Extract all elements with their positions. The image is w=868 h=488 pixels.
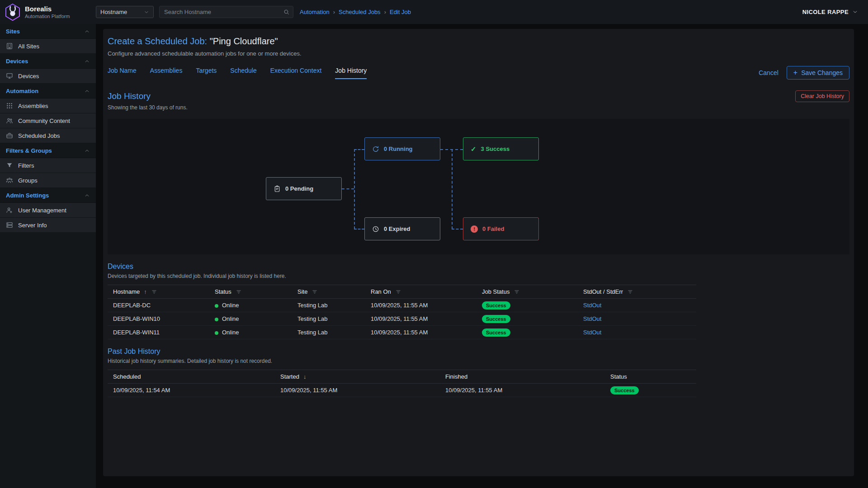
item-label: Devices bbox=[18, 73, 39, 80]
cell-site: Testing Lab bbox=[292, 299, 365, 312]
sidebar-item-assemblies[interactable]: Assemblies bbox=[0, 99, 96, 113]
sidebar-item-user-management[interactable]: User Management bbox=[0, 203, 96, 218]
online-dot-icon bbox=[215, 304, 218, 308]
grid-icon bbox=[6, 102, 13, 109]
item-label: Community Content bbox=[18, 117, 70, 124]
cell-stdout: StdOut bbox=[578, 326, 696, 339]
item-label: Groups bbox=[18, 177, 38, 184]
filter-menu-icon[interactable] bbox=[151, 289, 157, 295]
sidebar-item-devices[interactable]: Devices bbox=[0, 69, 96, 84]
sidebar-item-groups[interactable]: Groups bbox=[0, 173, 96, 188]
col-scheduled[interactable]: Scheduled bbox=[108, 370, 275, 384]
breadcrumb-scheduled-jobs[interactable]: Scheduled Jobs bbox=[339, 9, 381, 15]
sidebar-section-filters-groups[interactable]: Filters & Groups bbox=[0, 143, 96, 158]
device-row: DEEPLAB-WIN11 Online Testing Lab 10/09/2… bbox=[108, 326, 696, 339]
brand-subtitle: Automation Platform bbox=[25, 14, 70, 19]
job-history-subheading: Showing the last 30 days of runs. bbox=[108, 104, 849, 111]
stdout-link[interactable]: StdOut bbox=[583, 315, 601, 322]
devices-subheading: Devices targeted by this scheduled job. … bbox=[108, 273, 849, 279]
col-job-status[interactable]: Job Status bbox=[476, 285, 578, 299]
tab-targets[interactable]: Targets bbox=[196, 67, 217, 79]
past-job-history-table: Scheduled Started↓ Finished Status 10/09… bbox=[108, 370, 696, 397]
sidebar-section-automation[interactable]: Automation bbox=[0, 84, 96, 99]
col-started[interactable]: Started↓ bbox=[275, 370, 440, 384]
edit-job-card: Create a Scheduled Job: "Ping Cloudflare… bbox=[103, 29, 854, 476]
tab-execution-context[interactable]: Execution Context bbox=[270, 67, 322, 79]
user-name: NICOLE RAPPE bbox=[802, 9, 849, 15]
chevron-up-icon bbox=[84, 88, 90, 94]
tab-assemblies[interactable]: Assemblies bbox=[150, 67, 183, 79]
online-dot-icon bbox=[215, 331, 218, 335]
stdout-link[interactable]: StdOut bbox=[583, 329, 601, 336]
item-label: Server Info bbox=[18, 222, 47, 229]
running-node: 0 Running bbox=[364, 137, 440, 160]
col-ran-on[interactable]: Ran On bbox=[365, 285, 476, 299]
check-icon: ✓ bbox=[471, 145, 476, 153]
breadcrumb-automation[interactable]: Automation bbox=[300, 9, 330, 15]
page-title: Create a Scheduled Job: "Ping Cloudflare… bbox=[108, 36, 849, 47]
filter-menu-icon[interactable] bbox=[236, 289, 242, 295]
sidebar-section-devices[interactable]: Devices bbox=[0, 54, 96, 69]
stdout-link[interactable]: StdOut bbox=[583, 302, 601, 309]
page-title-job-name: "Ping Cloudflare" bbox=[210, 36, 278, 46]
sidebar-item-filters[interactable]: Filters bbox=[0, 158, 96, 173]
user-menu[interactable]: NICOLE RAPPE bbox=[802, 9, 858, 15]
sidebar: Sites All Sites Devices Devices Automati… bbox=[0, 24, 96, 488]
save-changes-button[interactable]: + Save Changes bbox=[787, 66, 849, 80]
chevron-up-icon bbox=[84, 192, 90, 198]
filter-menu-icon[interactable] bbox=[627, 289, 633, 295]
group-icon bbox=[6, 177, 13, 184]
status-badge: Success bbox=[482, 315, 510, 323]
col-status[interactable]: Status bbox=[209, 285, 292, 299]
tab-job-history[interactable]: Job History bbox=[335, 67, 367, 79]
tab-job-name[interactable]: Job Name bbox=[108, 67, 137, 79]
hostname-select-value: Hostname bbox=[100, 9, 127, 15]
col-site[interactable]: Site bbox=[292, 285, 365, 299]
filter-icon bbox=[6, 162, 13, 169]
section-label: Admin Settings bbox=[6, 192, 49, 199]
connector bbox=[452, 149, 453, 229]
online-dot-icon bbox=[215, 318, 218, 321]
breadcrumb-edit-job[interactable]: Edit Job bbox=[390, 9, 411, 15]
sidebar-section-sites[interactable]: Sites bbox=[0, 24, 96, 39]
sidebar-item-server-info[interactable]: Server Info bbox=[0, 218, 96, 233]
cell-job-status: Success bbox=[476, 312, 578, 326]
sidebar-item-all-sites[interactable]: All Sites bbox=[0, 39, 96, 54]
expired-node: 0 Expired bbox=[364, 217, 440, 240]
past-table-header: Scheduled Started↓ Finished Status bbox=[108, 370, 696, 384]
brand: Borealis Automation Platform bbox=[0, 3, 96, 21]
plus-icon: + bbox=[793, 69, 797, 76]
connector bbox=[452, 229, 463, 230]
col-stdout[interactable]: StdOut / StdErr bbox=[578, 285, 696, 299]
cell-status: Online bbox=[209, 299, 292, 312]
filter-menu-icon[interactable] bbox=[395, 289, 401, 295]
cell-stdout: StdOut bbox=[578, 299, 696, 312]
clipboard-icon bbox=[274, 185, 281, 192]
col-hostname[interactable]: Hostname↑ bbox=[108, 285, 209, 299]
search-input[interactable] bbox=[159, 6, 293, 18]
failed-node: ! 0 Failed bbox=[463, 217, 539, 240]
sidebar-section-admin-settings[interactable]: Admin Settings bbox=[0, 188, 96, 203]
sort-desc-icon: ↓ bbox=[303, 373, 307, 380]
search-icon bbox=[283, 9, 290, 15]
device-row: DEEPLAB-DC Online Testing Lab 10/09/2025… bbox=[108, 299, 696, 312]
cancel-button[interactable]: Cancel bbox=[759, 69, 778, 76]
hostname-select[interactable]: Hostname bbox=[96, 6, 154, 18]
sidebar-item-scheduled-jobs[interactable]: Scheduled Jobs bbox=[0, 128, 96, 143]
past-job-history-subheading: Historical job history summaries. Detail… bbox=[108, 358, 849, 364]
col-status[interactable]: Status bbox=[605, 370, 696, 384]
job-flow-diagram: 0 Pending 0 Running ✓ 3 Success 0 Expire… bbox=[108, 119, 849, 254]
cell-job-status: Success bbox=[476, 326, 578, 339]
filter-menu-icon[interactable] bbox=[514, 289, 520, 295]
tab-schedule[interactable]: Schedule bbox=[230, 67, 256, 79]
cell-job-status: Success bbox=[476, 299, 578, 312]
chevron-down-icon bbox=[852, 9, 858, 15]
filter-menu-icon[interactable] bbox=[311, 289, 318, 295]
cell-status: Success bbox=[605, 384, 696, 397]
sidebar-item-community-content[interactable]: Community Content bbox=[0, 113, 96, 128]
clock-icon bbox=[372, 225, 379, 233]
topbar: Borealis Automation Platform Hostname Au… bbox=[0, 0, 868, 24]
clear-job-history-button[interactable]: Clear Job History bbox=[795, 90, 849, 102]
job-history-heading: Job History bbox=[108, 91, 151, 101]
col-finished[interactable]: Finished bbox=[440, 370, 605, 384]
